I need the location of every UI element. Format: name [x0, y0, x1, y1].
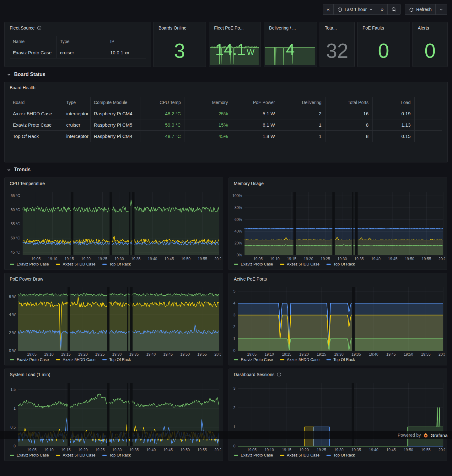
chevron-down-icon — [7, 73, 11, 77]
column-header-type[interactable]: Type — [57, 36, 107, 47]
zoom-out-button[interactable] — [388, 4, 400, 14]
legend-item-axzez-5hdd-case[interactable]: Axzez 5HDD Case — [56, 358, 95, 362]
legend-item-top-of-rack[interactable]: Top Of Rack — [102, 262, 131, 266]
legend-swatch — [102, 359, 107, 360]
table-cell: cruiser — [57, 47, 107, 58]
panel-title[interactable]: Boards Online — [159, 25, 186, 30]
x-axis-tick-label: 19:55 — [421, 448, 431, 452]
legend-item-exaviz-proto-case[interactable]: Exaviz Proto Case — [10, 453, 49, 457]
legend-item-axzez-5hdd-case[interactable]: Axzez 5HDD Case — [56, 453, 95, 457]
x-axis-tick-label: 19:35 — [352, 448, 361, 452]
panel-title-text: Active PoE Ports — [234, 276, 267, 282]
info-icon[interactable] — [277, 372, 281, 377]
legend-item-top-of-rack[interactable]: Top Of Rack — [326, 262, 355, 266]
dashboard-toolbar: « Last 1 hour » Refresh — [323, 4, 447, 15]
section-board-status[interactable]: Board Status — [7, 72, 46, 77]
panel-title[interactable]: Tota... — [325, 25, 337, 30]
boards-online-panel: Boards Online 3 — [153, 22, 206, 67]
legend-item-exaviz-proto-case[interactable]: Exaviz Proto Case — [234, 453, 273, 457]
legend-label: Axzez 5HDD Case — [287, 262, 320, 266]
y-axis-tick-label: 4 W — [9, 312, 16, 317]
legend-label: Exaviz Proto Case — [241, 453, 273, 457]
panel-title[interactable]: PoE Power Draw — [10, 276, 43, 282]
panel-title[interactable]: Alerts — [418, 25, 429, 30]
chart-legend: Exaviz Proto CaseAxzez 5HDD CaseTop Of R… — [234, 453, 355, 457]
x-axis-tick-label: 19:50 — [405, 257, 414, 261]
data-gap-band — [132, 192, 134, 255]
column-header-memory[interactable]: Memory — [185, 97, 232, 108]
active-poe-ports-chart[interactable]: 01234519:0519:1019:1519:2019:2519:3019:3… — [231, 285, 445, 358]
x-axis-tick-label: 19:35 — [131, 257, 141, 261]
x-axis-tick-label: 19:55 — [422, 257, 431, 261]
legend-item-axzez-5hdd-case[interactable]: Axzez 5HDD Case — [280, 262, 320, 266]
y-axis-tick-label: 80% — [234, 205, 242, 210]
legend-item-top-of-rack[interactable]: Top Of Rack — [102, 358, 131, 362]
legend-item-exaviz-proto-case[interactable]: Exaviz Proto Case — [234, 358, 273, 362]
system-load-chart[interactable]: 00.511.519:0519:1019:1519:2019:2519:3019… — [7, 380, 221, 453]
x-axis-tick-label: 19:20 — [78, 448, 88, 452]
column-header-delivering[interactable]: Delivering — [279, 97, 326, 108]
column-header-compute-module[interactable]: Compute Module — [91, 97, 141, 108]
column-header-ip[interactable]: IP — [107, 36, 146, 47]
column-header-type[interactable]: Type — [63, 97, 91, 108]
poe-power-draw-chart[interactable]: 0 W2 W4 W6 W19:0519:1019:1519:2019:2519:… — [7, 285, 221, 358]
legend-item-top-of-rack[interactable]: Top Of Rack — [102, 453, 131, 457]
panel-title[interactable]: Board Health — [10, 85, 35, 90]
panel-title-text: Boards Online — [159, 25, 186, 30]
panel-title-text: Board Health — [10, 85, 35, 90]
panel-title[interactable]: CPU Temperature — [10, 181, 45, 186]
x-axis-tick-label: 19:40 — [371, 257, 380, 261]
x-axis-tick-label: 19:25 — [95, 448, 105, 452]
panel-title[interactable]: Active PoE Ports — [234, 276, 267, 282]
legend-item-axzez-5hdd-case[interactable]: Axzez 5HDD Case — [280, 358, 320, 362]
column-header-total-ports[interactable]: Total Ports — [326, 97, 373, 108]
section-trends[interactable]: Trends — [7, 167, 30, 172]
refresh-button[interactable]: Refresh — [405, 4, 436, 14]
grafana-brand-link[interactable]: Grafana — [431, 433, 448, 438]
column-header-name[interactable]: Name — [10, 36, 57, 47]
delivering-panel: Delivering / ... 4 — [264, 22, 317, 67]
y-axis-tick-label: 3 — [233, 386, 235, 391]
legend-item-exaviz-proto-case[interactable]: Exaviz Proto Case — [10, 262, 49, 266]
legend-item-top-of-rack[interactable]: Top Of Rack — [326, 453, 355, 457]
dashboard-sessions-chart[interactable]: 012319:0519:1019:1519:2019:2519:3019:351… — [231, 380, 445, 453]
panel-title[interactable]: Fleet PoE Po... — [214, 25, 244, 30]
info-icon[interactable] — [37, 26, 41, 30]
legend-item-axzez-5hdd-case[interactable]: Axzez 5HDD Case — [280, 453, 320, 457]
stat-value: 4 — [264, 37, 317, 62]
refresh-interval-dropdown[interactable] — [436, 4, 447, 14]
y-axis-tick-label: 45 °C — [11, 250, 20, 254]
panel-title[interactable]: PoE Faults — [363, 25, 384, 30]
stat-number: 14.1 — [215, 41, 246, 58]
legend-item-top-of-rack[interactable]: Top Of Rack — [326, 358, 355, 362]
x-axis-tick-label: 19:10 — [270, 257, 280, 261]
table-cell: Exaviz Proto Case — [10, 119, 63, 131]
time-shift-forward-button[interactable]: » — [377, 4, 388, 14]
y-axis-tick-label: 1.5 — [10, 387, 16, 392]
poe-power-draw-panel: PoE Power Draw 0 W2 W4 W6 W19:0519:1019:… — [4, 273, 223, 365]
x-axis-tick-label: 19:30 — [112, 448, 122, 452]
legend-label: Exaviz Proto Case — [17, 453, 49, 457]
x-axis-tick-label: 19:05 — [31, 257, 40, 261]
panel-title[interactable]: Fleet Source — [10, 25, 41, 30]
column-header-cpu-temp[interactable]: CPU Temp — [141, 97, 185, 108]
time-range-picker[interactable]: Last 1 hour — [334, 4, 377, 14]
legend-swatch — [10, 455, 14, 456]
memory-usage-chart[interactable]: 0%20%40%60%80%100%19:0519:1019:1519:2019… — [231, 189, 445, 262]
x-axis-tick-label: 20:00 — [214, 352, 221, 357]
column-header-load[interactable]: Load — [373, 97, 415, 108]
legend-item-axzez-5hdd-case[interactable]: Axzez 5HDD Case — [56, 262, 95, 266]
panel-title[interactable]: Dashboard Sessions — [234, 372, 281, 377]
legend-label: Top Of Rack — [109, 453, 131, 457]
legend-item-exaviz-proto-case[interactable]: Exaviz Proto Case — [234, 262, 273, 266]
time-shift-back-button[interactable]: « — [323, 4, 334, 14]
cpu-temperature-chart[interactable]: 45 °C50 °C55 °C60 °C65 °C19:0519:1019:15… — [7, 189, 221, 262]
chart-legend: Exaviz Proto CaseAxzez 5HDD CaseTop Of R… — [10, 262, 131, 266]
legend-item-exaviz-proto-case[interactable]: Exaviz Proto Case — [10, 358, 49, 362]
table-cell: 1 — [279, 131, 326, 142]
panel-title[interactable]: Memory Usage — [234, 181, 264, 186]
panel-title[interactable]: System Load (1 min) — [10, 372, 50, 377]
column-header-poe-power[interactable]: PoE Power — [232, 97, 279, 108]
panel-title[interactable]: Delivering / ... — [269, 25, 296, 30]
column-header-board[interactable]: Board — [10, 97, 63, 108]
